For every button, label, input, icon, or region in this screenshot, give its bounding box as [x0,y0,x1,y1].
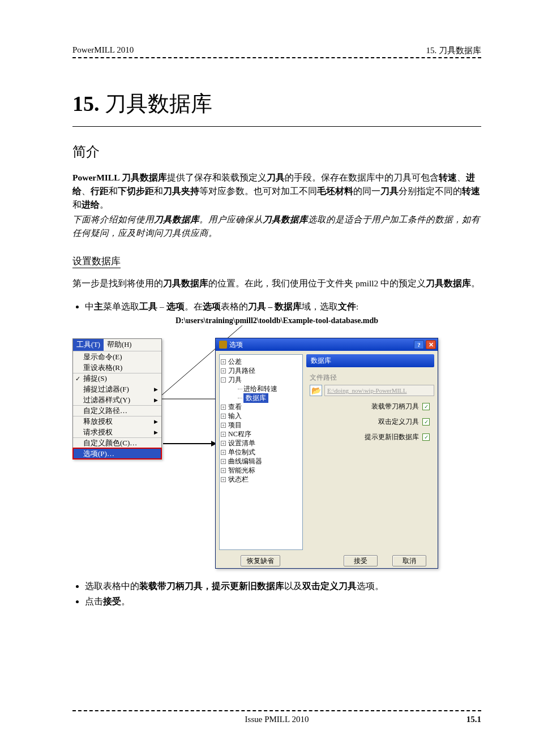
section-setup: 设置数据库 [72,255,481,268]
menu-item[interactable]: 显示命令(E) [73,351,161,362]
close-button[interactable]: ✕ [426,340,436,349]
browse-folder-button[interactable]: 📂 [310,385,322,396]
folder-icon: 📂 [311,386,321,396]
check-label-1: 装载带刀柄刀具 [371,402,419,411]
submenu-arrow-icon: ▶ [154,386,158,392]
tree-item[interactable]: +状态栏 [221,475,301,484]
menu-item[interactable]: 自定义路径… [73,405,161,416]
tree-item-label: NC程序 [228,429,251,439]
expand-icon[interactable]: + [221,414,226,419]
tree-item[interactable]: +智能光标 [221,466,301,475]
tree-item-label: 公差 [228,357,242,367]
expand-icon[interactable]: + [221,405,226,410]
tree-item[interactable]: +输入 [221,411,301,420]
tree-item[interactable]: +项目 [221,420,301,429]
header-left: PowerMILL 2010 [72,45,134,56]
checkbox-icon[interactable]: ✓ [422,403,430,410]
menu-item-label: 过滤器样式(Y) [83,395,130,405]
menu-item-label: 显示命令(E) [83,352,122,362]
menu-item[interactable]: 选项(P)… [73,448,161,459]
menu-item[interactable]: 重设表格(R) [73,362,161,373]
group-header: 数据库 [306,354,434,367]
menu-item-label: 选项(P)… [83,449,114,459]
tree-item-label: 刀具 [228,375,242,385]
path-label: 文件路径 [310,373,434,383]
footer-page-number: 15.1 [466,715,481,724]
menu-item-label: 自定义颜色(C)… [83,438,137,448]
menu-item-label: 重设表格(R) [83,363,122,373]
page-footer: Issue PMILL 2010 15.1 [72,710,481,724]
dialog-footer: 恢复缺省 接受 取消 [216,552,438,569]
expand-icon[interactable]: + [221,441,226,446]
tree-item[interactable]: +查看 [221,402,301,411]
options-content: 数据库 文件路径 📂 E:\doing_now\wip-PowerMILL 装载… [306,354,434,550]
menu-item-label: 释放授权 [83,416,113,427]
accept-button[interactable]: 接受 [344,555,378,566]
check-label-3: 提示更新旧数据库 [365,432,419,442]
tree-branch-icon [238,398,242,398]
bullet-step-3: 点击接受。 [85,594,481,609]
expand-icon[interactable]: + [221,450,226,455]
checkbox-icon[interactable]: ✓ [422,433,430,441]
tree-branch-icon [238,389,242,389]
app-icon [219,341,227,349]
divider [72,126,481,127]
cancel-button[interactable]: 取消 [392,555,426,566]
tree-item[interactable]: +NC程序 [221,429,301,439]
tree-item-label: 进给和转速 [243,384,277,394]
check-label-2: 双击定义刀具 [378,417,419,427]
page-header: PowerMILL 2010 15. 刀具数据库 [72,45,481,58]
options-tree[interactable]: +公差+刀具路径-刀具进给和转速数据库+查看+输入+项目+NC程序+设置清单+单… [219,354,303,550]
tree-item[interactable]: +刀具路径 [221,366,301,375]
intro-paragraph: PowerMILL 刀具数据库提供了保存和装载预定义刀具的手段。保存在数据库中的… [72,171,481,212]
tree-item[interactable]: 进给和转速 [221,384,301,393]
intro-note: 下面将介绍如何使用刀具数据库。用户应确保从刀具数据库选取的是适合于用户加工条件的… [72,213,481,240]
expand-icon[interactable]: + [221,423,226,428]
header-right: 15. 刀具数据库 [426,45,482,56]
dialog-titlebar: 选项 ? ✕ [216,338,438,351]
dialog-title: 选项 [229,340,243,350]
footer-issue: Issue PMILL 2010 [245,715,309,724]
menu-tab-tool[interactable]: 工具(T) [73,339,104,351]
tree-item[interactable]: +曲线编辑器 [221,457,301,466]
checkbox-icon[interactable]: ✓ [422,418,430,426]
menu-item[interactable]: 捕捉过滤器(F)▶ [73,384,161,394]
tree-item-label: 查看 [228,402,242,412]
options-dialog: 选项 ? ✕ +公差+刀具路径-刀具进给和转速数据库+查看+输入+项目+NC程序… [215,338,438,569]
submenu-arrow-icon: ▶ [154,419,158,424]
tools-menu: 工具(T) 帮助(H) 显示命令(E)重设表格(R)捕捉(S)捕捉过滤器(F)▶… [72,338,162,459]
tree-item-label: 单位制式 [228,448,255,457]
tree-item[interactable]: +单位制式 [221,448,301,457]
help-button[interactable]: ? [414,340,424,349]
arrow-line [163,443,211,444]
menu-item[interactable]: 释放授权▶ [73,416,161,427]
expand-icon[interactable]: + [221,459,226,464]
menu-item-label: 请求授权 [83,427,113,437]
menu-item[interactable]: 捕捉(S) [73,373,161,384]
tree-item-label: 曲线编辑器 [228,457,262,466]
expand-icon[interactable]: + [221,468,226,473]
check-dblclick-define[interactable]: 双击定义刀具 ✓ [306,417,430,427]
collapse-icon[interactable]: - [221,377,226,383]
tree-item[interactable]: -刀具 [221,375,301,384]
submenu-arrow-icon: ▶ [154,429,158,435]
expand-icon[interactable]: + [221,359,226,364]
path-input[interactable]: E:\doing_now\wip-PowerMILL [324,385,434,396]
chapter-title: 15. 刀具数据库 [72,89,481,118]
menu-item[interactable]: 自定义颜色(C)… [73,437,161,448]
reset-button[interactable]: 恢复缺省 [241,555,280,566]
check-update-db[interactable]: 提示更新旧数据库 ✓ [306,432,430,442]
tree-item[interactable]: 数据库 [221,393,301,402]
menu-item[interactable]: 请求授权▶ [73,427,161,437]
chapter-name: 刀具数据库 [105,92,212,115]
expand-icon[interactable]: + [221,432,226,437]
tree-item-label: 刀具路径 [228,366,255,376]
example-path: D:\users\training\pmill2\tooldb\Example-… [72,316,481,325]
menu-item[interactable]: 过滤器样式(Y)▶ [73,394,161,405]
expand-icon[interactable]: + [221,368,226,373]
expand-icon[interactable]: + [221,477,226,482]
tree-item[interactable]: +公差 [221,357,301,366]
check-load-tool[interactable]: 装载带刀柄刀具 ✓ [306,402,430,411]
tree-item[interactable]: +设置清单 [221,439,301,448]
menu-tab-help[interactable]: 帮助(H) [104,339,135,351]
